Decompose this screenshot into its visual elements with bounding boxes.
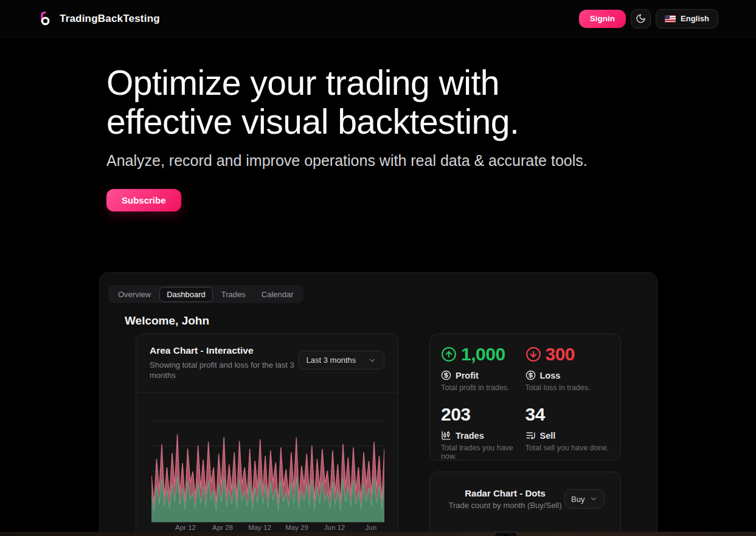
chevron-down-icon bbox=[589, 495, 598, 503]
x-axis-tick: Apr 28 bbox=[212, 524, 233, 531]
buy-sell-select-value: Buy bbox=[571, 495, 584, 504]
stat-trades: 203 Trades Total trades you have now. bbox=[441, 404, 525, 461]
x-axis-tick: Jun 12 bbox=[324, 524, 345, 531]
brand-title: TradingBackTesting bbox=[60, 13, 160, 25]
bottom-cutoff-element bbox=[494, 532, 518, 536]
stat-loss: 300 Loss Total loss in trades. bbox=[525, 344, 610, 392]
hero-title-line2: effective visual backtesting. bbox=[106, 102, 519, 141]
tab-overview[interactable]: Overview bbox=[111, 287, 158, 302]
trades-value: 203 bbox=[441, 404, 471, 425]
buy-sell-select[interactable]: Buy bbox=[564, 489, 605, 509]
radar-chart-card: Radar Chart - Dots Trade count by month … bbox=[429, 472, 621, 536]
tab-trades[interactable]: Trades bbox=[214, 287, 253, 302]
profit-description: Total profit in trades. bbox=[441, 383, 525, 392]
range-select[interactable]: Last 3 months bbox=[299, 351, 384, 369]
us-flag-icon bbox=[665, 15, 676, 22]
x-axis-tick: May 12 bbox=[248, 524, 271, 531]
area-chart[interactable] bbox=[151, 402, 384, 523]
stat-profit: 1,000 Profit Total profit in trades. bbox=[441, 344, 525, 392]
hero-title-line1: Optimize your trading with bbox=[106, 63, 499, 102]
hero-subtitle: Analyze, record and improve operations w… bbox=[106, 152, 588, 170]
dollar-circle-icon bbox=[441, 370, 451, 380]
navbar: TradingBackTesting Signin English bbox=[0, 0, 756, 38]
trades-description: Total trades you have now. bbox=[441, 444, 525, 461]
loss-label: Loss bbox=[540, 371, 561, 380]
tab-calendar[interactable]: Calendar bbox=[254, 287, 301, 302]
x-axis-tick: May 29 bbox=[285, 524, 308, 531]
x-axis-tick: Apr 12 bbox=[175, 524, 196, 531]
area-chart-title: Area Chart - Interactive bbox=[150, 345, 299, 356]
signin-button[interactable]: Signin bbox=[579, 10, 626, 28]
list-sell-icon bbox=[525, 430, 536, 441]
stats-card: 1,000 Profit Total profit in trades. 300… bbox=[429, 334, 621, 461]
brand-logo-icon bbox=[38, 10, 54, 27]
loss-value: 300 bbox=[546, 344, 575, 365]
moon-icon bbox=[636, 13, 646, 24]
navbar-actions: Signin English bbox=[579, 9, 718, 29]
stat-sell: 34 Sell Total sell you have done. bbox=[525, 404, 610, 461]
sell-label: Sell bbox=[540, 431, 556, 441]
language-button[interactable]: English bbox=[656, 9, 718, 29]
loss-description: Total loss in trades. bbox=[525, 383, 610, 392]
theme-toggle-button[interactable] bbox=[631, 9, 651, 29]
chevron-down-icon bbox=[368, 356, 376, 365]
area-chart-header: Area Chart - Interactive Showing total p… bbox=[136, 334, 398, 393]
trades-label: Trades bbox=[456, 431, 484, 441]
candlestick-chart-icon bbox=[441, 430, 451, 441]
brand[interactable]: TradingBackTesting bbox=[38, 10, 160, 27]
sell-value: 34 bbox=[525, 404, 545, 425]
dashboard-tabs: Overview Dashboard Trades Calendar bbox=[108, 285, 303, 303]
bottom-cutoff-strip bbox=[0, 532, 756, 536]
language-label: English bbox=[681, 14, 709, 23]
dashboard-panel: Overview Dashboard Trades Calendar Welco… bbox=[99, 272, 657, 536]
area-chart-svg bbox=[151, 402, 384, 523]
range-select-value: Last 3 months bbox=[307, 356, 356, 365]
welcome-text: Welcome, John bbox=[125, 314, 209, 328]
sell-description: Total sell you have done. bbox=[525, 444, 610, 452]
tab-dashboard[interactable]: Dashboard bbox=[159, 287, 213, 302]
radar-chart-title: Radar Chart - Dots bbox=[446, 488, 564, 498]
circle-arrow-up-icon bbox=[441, 346, 457, 362]
radar-chart-description: Trade count by month (Buy/Sell) bbox=[446, 501, 564, 510]
area-chart-description: Showing total profit and loss for the la… bbox=[150, 360, 299, 380]
profit-label: Profit bbox=[456, 371, 479, 380]
circle-arrow-down-icon bbox=[525, 346, 541, 362]
area-chart-card: Area Chart - Interactive Showing total p… bbox=[136, 334, 398, 536]
dollar-circle-icon bbox=[525, 370, 536, 380]
hero-title: Optimize your trading with effective vis… bbox=[106, 63, 519, 141]
subscribe-button[interactable]: Subscribe bbox=[106, 189, 181, 211]
profit-value: 1,000 bbox=[461, 344, 505, 365]
